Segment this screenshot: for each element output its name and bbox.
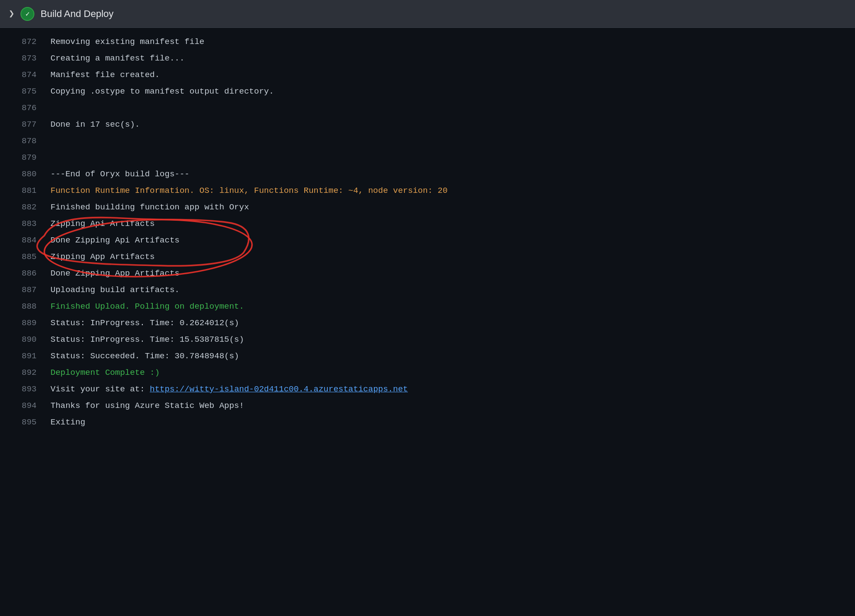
log-line: 877Done in 17 sec(s). — [0, 118, 855, 134]
log-line: 875Copying .ostype to manifest output di… — [0, 84, 855, 101]
log-line: 883Zipping Api Artifacts — [0, 217, 855, 233]
line-content: Copying .ostype to manifest output direc… — [50, 85, 274, 98]
line-content: Finished Upload. Polling on deployment. — [50, 300, 244, 313]
line-content: Thanks for using Azure Static Web Apps! — [50, 400, 244, 412]
line-number: 890 — [10, 333, 37, 346]
line-content: Status: InProgress. Time: 15.5387815(s) — [50, 333, 244, 346]
line-number: 878 — [10, 135, 37, 148]
line-content: Status: InProgress. Time: 0.2624012(s) — [50, 317, 239, 330]
log-line: 893Visit your site at: https://witty-isl… — [0, 382, 855, 399]
line-content: Zipping App Artifacts — [50, 251, 155, 263]
line-number: 892 — [10, 367, 37, 379]
log-line: 873Creating a manifest file... — [0, 51, 855, 68]
line-number: 889 — [10, 317, 37, 330]
line-content: Function Runtime Information. OS: linux,… — [50, 185, 448, 197]
line-number: 873 — [10, 52, 37, 65]
line-content: Removing existing manifest file — [50, 36, 204, 48]
line-number: 872 — [10, 36, 37, 48]
log-line: 882Finished building function app with O… — [0, 200, 855, 217]
line-content: ---End of Oryx build logs--- — [50, 168, 189, 181]
line-number: 874 — [10, 69, 37, 81]
log-line: 889Status: InProgress. Time: 0.2624012(s… — [0, 316, 855, 333]
line-number: 883 — [10, 218, 37, 230]
line-content: Status: Succeeded. Time: 30.7848948(s) — [50, 350, 239, 363]
line-content: Done Zipping Api Artifacts — [50, 234, 179, 247]
line-number: 891 — [10, 350, 37, 363]
line-number: 888 — [10, 300, 37, 313]
line-number: 880 — [10, 168, 37, 181]
title-bar: ❯ ✓ Build And Deploy — [0, 0, 855, 28]
site-link[interactable]: https://witty-island-02d411c00.4.azurest… — [150, 384, 408, 394]
log-line: 876 — [0, 101, 855, 118]
page-title: Build And Deploy — [40, 8, 114, 20]
log-line: 880---End of Oryx build logs--- — [0, 167, 855, 184]
line-number: 875 — [10, 85, 37, 98]
line-number: 893 — [10, 383, 37, 396]
log-line: 879 — [0, 151, 855, 167]
line-content: Creating a manifest file... — [50, 52, 185, 65]
line-number: 877 — [10, 118, 37, 131]
line-content: Exiting — [50, 416, 85, 429]
line-content: Visit your site at: https://witty-island… — [50, 383, 408, 396]
log-line: 872Removing existing manifest file — [0, 35, 855, 51]
log-container: 872Removing existing manifest file873Cre… — [0, 28, 855, 616]
line-number: 884 — [10, 234, 37, 247]
log-line: 890Status: InProgress. Time: 15.5387815(… — [0, 333, 855, 349]
line-content: Deployment Complete :) — [50, 367, 160, 379]
line-number: 886 — [10, 267, 37, 280]
log-line: 878 — [0, 134, 855, 151]
line-content: Manifest file created. — [50, 69, 160, 81]
log-line: 887Uploading build artifacts. — [0, 283, 855, 300]
line-number: 876 — [10, 102, 37, 114]
line-content: Done Zipping App Artifacts — [50, 267, 179, 280]
line-number: 881 — [10, 185, 37, 197]
log-line: 888Finished Upload. Polling on deploymen… — [0, 300, 855, 316]
log-line: 874Manifest file created. — [0, 68, 855, 84]
line-content: Uploading build artifacts. — [50, 284, 179, 296]
log-line: 885Zipping App Artifacts — [0, 250, 855, 266]
log-line: 886Done Zipping App Artifacts — [0, 266, 855, 283]
line-content: Finished building function app with Oryx — [50, 201, 249, 214]
line-number: 879 — [10, 151, 37, 164]
log-line: 884Done Zipping Api Artifacts — [0, 233, 855, 250]
line-number: 887 — [10, 284, 37, 296]
line-number: 895 — [10, 416, 37, 429]
log-line: 891Status: Succeeded. Time: 30.7848948(s… — [0, 349, 855, 366]
log-line: 894Thanks for using Azure Static Web App… — [0, 399, 855, 415]
line-number: 885 — [10, 251, 37, 263]
log-line: 881Function Runtime Information. OS: lin… — [0, 184, 855, 200]
line-number: 894 — [10, 400, 37, 412]
success-check-icon: ✓ — [20, 7, 34, 21]
chevron-icon[interactable]: ❯ — [9, 8, 14, 20]
line-content: Done in 17 sec(s). — [50, 118, 140, 131]
line-number: 882 — [10, 201, 37, 214]
log-line: 892Deployment Complete :) — [0, 366, 855, 382]
log-line: 895Exiting — [0, 415, 855, 432]
line-content: Zipping Api Artifacts — [50, 218, 155, 230]
